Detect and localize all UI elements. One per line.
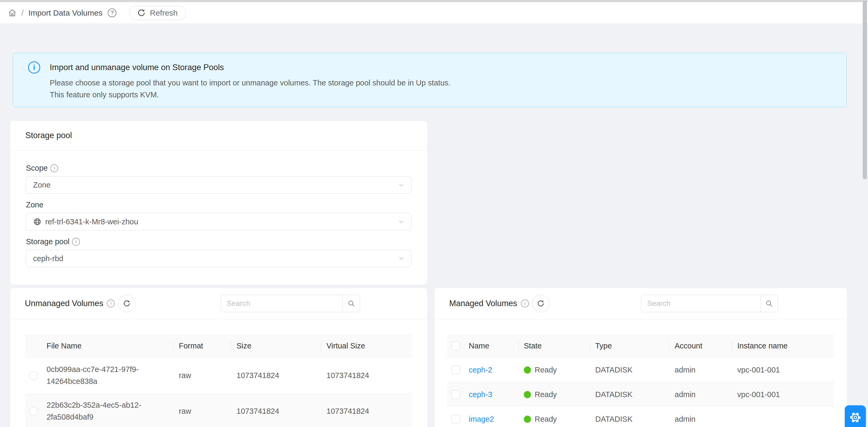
unmanaged-volumes-title-text: Unmanaged Volumes [25,299,103,308]
chevron-down-icon [398,255,405,262]
row-radio[interactable] [29,407,38,416]
window-edge-strip [0,0,868,2]
refresh-button[interactable]: Refresh [129,6,186,20]
column-header-virtual-size[interactable]: Virtual Size [321,341,413,350]
breadcrumb-current: Import Data Volumes [28,8,102,18]
import-data-volumes-page: / Import Data Volumes ? Refresh i Import… [0,0,868,427]
type: DATADISK [590,415,669,424]
size: 1073741824 [231,407,321,416]
managed-volumes-title: Managed Volumes i [449,299,529,308]
column-header-instance-name[interactable]: Instance name [732,341,835,350]
info-circle-icon: i [107,300,115,307]
managed-volumes-header: Managed Volumes i [434,288,847,319]
zone-select-value: ref-trl-6341-k-Mr8-wei-zhou [45,217,138,226]
breadcrumb-separator: / [22,8,24,18]
virtual-size: 1073741824 [321,407,413,416]
chevron-down-icon [398,182,405,188]
managed-volumes-table: Name State Type Account Instance name ce… [434,319,847,427]
row-radio[interactable] [29,371,38,380]
zone-field: Zone ref-trl-6341-k-Mr8-wei-zhou [26,201,411,231]
scope-select[interactable]: Zone [26,176,411,194]
home-icon[interactable] [8,8,17,17]
info-circle-icon: i [521,300,529,307]
table-row: ceph-2 Ready DATADISK admin vpc-001-001 [447,358,834,382]
sync-refresh-icon [137,9,146,17]
refresh-button-label: Refresh [150,8,178,18]
unmanaged-volumes-title: Unmanaged Volumes i [25,299,115,308]
scope-select-value: Zone [33,181,51,189]
column-header-account[interactable]: Account [669,341,732,350]
managed-refresh-button[interactable] [532,295,550,312]
zone-select[interactable]: ref-trl-6341-k-Mr8-wei-zhou [26,213,411,231]
alert-title: Import and unmanage volume on Storage Po… [50,63,224,72]
virtual-size: 1073741824 [321,371,413,380]
instance-name: vpc-001-001 [732,390,835,399]
breadcrumb: / Import Data Volumes ? [8,8,116,18]
state: Ready [535,366,557,374]
managed-volumes-title-text: Managed Volumes [449,299,517,308]
scope-label-text: Scope [26,164,48,173]
storage-pool-label-text: Storage pool [26,237,69,246]
volume-name-link[interactable]: ceph-3 [469,390,492,399]
storage-pool-field: Storage pool i ceph-rbd [26,237,411,267]
info-circle-icon: i [50,164,58,172]
managed-volumes-card: Managed Volumes i Nam [434,287,847,427]
size: 1073741824 [231,371,321,380]
instance-name: vpc-001-001 [732,366,835,374]
zone-label: Zone [26,201,411,209]
ready-status-dot [524,416,531,423]
alert-line-2: This feature only supports KVM. [50,89,451,101]
column-header-size[interactable]: Size [231,341,321,350]
unmanaged-search [221,295,360,312]
select-all-checkbox[interactable] [451,341,460,350]
info-circle-icon: i [72,238,80,246]
storage-pool-select[interactable]: ceph-rbd [26,250,411,267]
zone-label-text: Zone [26,201,43,209]
unmanaged-table-header: File Name Format Size Virtual Size [25,334,412,358]
format: raw [174,371,231,380]
account: admin [669,366,732,374]
storage-pool-card-title: Storage pool [10,121,427,151]
unmanaged-refresh-button[interactable] [118,295,135,312]
scope-field: Scope i Zone [26,164,411,194]
column-header-format[interactable]: Format [174,341,231,350]
volume-name-link[interactable]: image2 [469,415,494,424]
info-circle-icon: i [28,61,40,73]
column-header-type[interactable]: Type [590,341,669,350]
info-alert: i Import and unmanage volume on Storage … [13,53,846,107]
row-checkbox[interactable] [451,415,460,424]
managed-search [641,295,778,312]
state: Ready [535,390,557,399]
topbar: / Import Data Volumes ? Refresh [0,2,868,24]
managed-search-input[interactable] [641,295,761,312]
managed-search-button[interactable] [760,295,778,312]
unmanaged-search-input[interactable] [221,295,343,312]
volume-name-link[interactable]: ceph-2 [469,366,492,374]
unmanaged-search-button[interactable] [343,295,360,312]
question-circle-icon[interactable]: ? [108,8,116,17]
row-checkbox[interactable] [451,366,460,374]
column-header-name[interactable]: Name [464,341,519,350]
storage-pool-form: Scope i Zone Zone [10,151,427,267]
table-row: 0cb099aa-cc7e-4721-97f9-14264bce838a raw… [25,358,412,393]
alert-description: Please choose a storage pool that you wa… [50,77,451,101]
row-checkbox[interactable] [451,390,460,399]
vertical-scrollbar[interactable] [863,1,867,179]
storage-pool-label: Storage pool i [26,237,411,246]
ready-status-dot [524,391,531,398]
account: admin [669,415,732,424]
file-name: 22b63c2b-352a-4ec5-ab12-2fa508d4baf9 [46,399,168,423]
state: Ready [535,415,557,424]
table-row: 22b63c2b-352a-4ec5-ab12-2fa508d4baf9 raw… [25,393,412,427]
search-icon [347,300,355,307]
search-icon [765,300,773,307]
managed-table-header: Name State Type Account Instance name [447,334,834,358]
storage-pool-select-value: ceph-rbd [33,254,63,263]
format: raw [174,407,231,416]
column-header-file-name[interactable]: File Name [41,341,174,350]
file-name: 0cb099aa-cc7e-4721-97f9-14264bce838a [46,364,168,387]
settings-fab-button[interactable] [845,405,866,427]
column-header-state[interactable]: State [519,341,590,350]
unmanaged-volumes-table: File Name Format Size Virtual Size 0cb09… [10,319,427,427]
table-row: ceph-3 Ready DATADISK admin vpc-001-001 [447,382,834,407]
